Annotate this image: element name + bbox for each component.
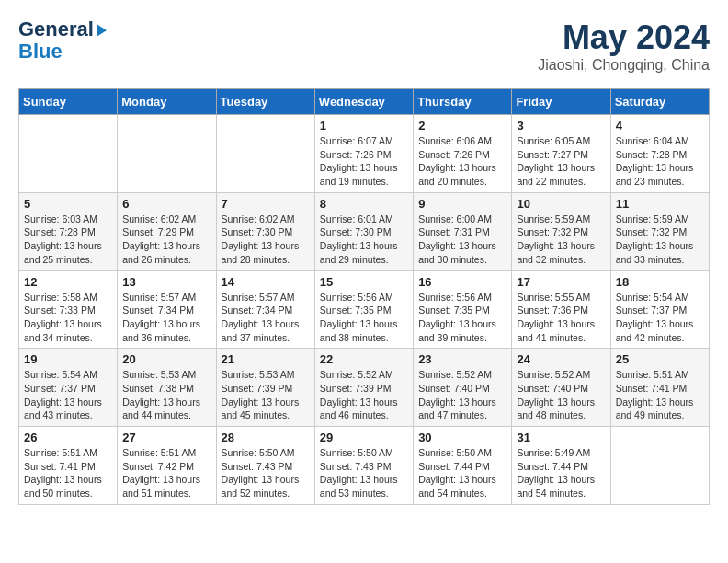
- calendar-cell: 12Sunrise: 5:58 AM Sunset: 7:33 PM Dayli…: [19, 270, 118, 349]
- day-of-week-header: Monday: [118, 89, 216, 115]
- calendar-cell: 19Sunrise: 5:54 AM Sunset: 7:37 PM Dayli…: [19, 349, 118, 427]
- logo: General Blue: [18, 18, 107, 63]
- day-detail: Sunrise: 5:51 AM Sunset: 7:41 PM Dayligh…: [616, 368, 704, 422]
- day-number: 13: [122, 275, 210, 289]
- day-of-week-header: Wednesday: [314, 89, 413, 115]
- calendar-cell: 15Sunrise: 5:56 AM Sunset: 7:35 PM Dayli…: [314, 270, 413, 349]
- day-detail: Sunrise: 5:59 AM Sunset: 7:32 PM Dayligh…: [616, 213, 704, 267]
- day-detail: Sunrise: 5:50 AM Sunset: 7:43 PM Dayligh…: [320, 446, 408, 500]
- calendar-cell: 16Sunrise: 5:56 AM Sunset: 7:35 PM Dayli…: [414, 270, 512, 349]
- calendar-week-row: 19Sunrise: 5:54 AM Sunset: 7:37 PM Dayli…: [19, 349, 710, 427]
- day-detail: Sunrise: 5:53 AM Sunset: 7:39 PM Dayligh…: [222, 368, 310, 422]
- day-number: 16: [418, 275, 506, 289]
- day-number: 28: [222, 431, 310, 444]
- day-detail: Sunrise: 5:54 AM Sunset: 7:37 PM Dayligh…: [24, 368, 112, 422]
- calendar-week-row: 12Sunrise: 5:58 AM Sunset: 7:33 PM Dayli…: [19, 270, 710, 349]
- calendar-cell: 22Sunrise: 5:52 AM Sunset: 7:39 PM Dayli…: [314, 349, 413, 427]
- day-number: 30: [418, 431, 506, 444]
- day-number: 6: [122, 197, 210, 211]
- calendar-cell: 14Sunrise: 5:57 AM Sunset: 7:34 PM Dayli…: [216, 270, 314, 349]
- day-detail: Sunrise: 5:53 AM Sunset: 7:38 PM Dayligh…: [122, 368, 210, 422]
- day-detail: Sunrise: 5:56 AM Sunset: 7:35 PM Dayligh…: [418, 291, 506, 345]
- day-number: 3: [517, 119, 605, 132]
- day-number: 27: [122, 431, 210, 444]
- day-number: 2: [418, 119, 506, 132]
- day-number: 15: [320, 275, 408, 289]
- day-detail: Sunrise: 6:05 AM Sunset: 7:27 PM Dayligh…: [517, 134, 605, 189]
- day-detail: Sunrise: 6:01 AM Sunset: 7:30 PM Dayligh…: [320, 213, 408, 267]
- day-number: 20: [122, 352, 210, 366]
- calendar-cell: 26Sunrise: 5:51 AM Sunset: 7:41 PM Dayli…: [19, 427, 118, 505]
- day-number: 11: [616, 197, 704, 211]
- calendar-cell: 29Sunrise: 5:50 AM Sunset: 7:43 PM Dayli…: [314, 427, 413, 505]
- calendar-cell: [216, 115, 314, 193]
- day-number: 22: [320, 352, 408, 366]
- day-detail: Sunrise: 5:52 AM Sunset: 7:40 PM Dayligh…: [418, 368, 506, 422]
- logo-blue: Blue: [18, 40, 107, 63]
- day-detail: Sunrise: 6:02 AM Sunset: 7:29 PM Dayligh…: [122, 213, 210, 267]
- day-number: 5: [24, 197, 112, 211]
- calendar-cell: 1Sunrise: 6:07 AM Sunset: 7:26 PM Daylig…: [314, 115, 413, 193]
- calendar-cell: 23Sunrise: 5:52 AM Sunset: 7:40 PM Dayli…: [414, 349, 512, 427]
- calendar-cell: 20Sunrise: 5:53 AM Sunset: 7:38 PM Dayli…: [118, 349, 216, 427]
- day-detail: Sunrise: 5:51 AM Sunset: 7:42 PM Dayligh…: [122, 446, 210, 500]
- calendar-cell: 4Sunrise: 6:04 AM Sunset: 7:28 PM Daylig…: [610, 115, 709, 193]
- day-detail: Sunrise: 5:49 AM Sunset: 7:44 PM Dayligh…: [517, 446, 605, 500]
- calendar-cell: 2Sunrise: 6:06 AM Sunset: 7:26 PM Daylig…: [414, 115, 512, 193]
- day-of-week-header: Saturday: [610, 89, 709, 115]
- day-detail: Sunrise: 5:52 AM Sunset: 7:39 PM Dayligh…: [320, 368, 408, 422]
- location: Jiaoshi, Chongqing, China: [538, 57, 710, 74]
- day-number: 26: [24, 431, 112, 444]
- day-detail: Sunrise: 5:54 AM Sunset: 7:37 PM Dayligh…: [616, 291, 704, 345]
- day-number: 29: [320, 431, 408, 444]
- day-detail: Sunrise: 5:51 AM Sunset: 7:41 PM Dayligh…: [24, 446, 112, 500]
- day-detail: Sunrise: 5:55 AM Sunset: 7:36 PM Dayligh…: [517, 291, 605, 345]
- calendar-cell: 3Sunrise: 6:05 AM Sunset: 7:27 PM Daylig…: [512, 115, 610, 193]
- calendar-cell: 10Sunrise: 5:59 AM Sunset: 7:32 PM Dayli…: [512, 192, 610, 270]
- day-number: 14: [222, 275, 310, 289]
- calendar-cell: [118, 115, 216, 193]
- day-number: 21: [222, 352, 310, 366]
- day-detail: Sunrise: 5:50 AM Sunset: 7:44 PM Dayligh…: [418, 446, 506, 500]
- calendar-cell: 7Sunrise: 6:02 AM Sunset: 7:30 PM Daylig…: [216, 192, 314, 270]
- page-header: General Blue May 2024 Jiaoshi, Chongqing…: [18, 18, 710, 74]
- calendar-cell: 30Sunrise: 5:50 AM Sunset: 7:44 PM Dayli…: [414, 427, 512, 505]
- day-detail: Sunrise: 5:56 AM Sunset: 7:35 PM Dayligh…: [320, 291, 408, 345]
- calendar-cell: 28Sunrise: 5:50 AM Sunset: 7:43 PM Dayli…: [216, 427, 314, 505]
- calendar-cell: 8Sunrise: 6:01 AM Sunset: 7:30 PM Daylig…: [314, 192, 413, 270]
- calendar-cell: 6Sunrise: 6:02 AM Sunset: 7:29 PM Daylig…: [118, 192, 216, 270]
- calendar-header-row: SundayMondayTuesdayWednesdayThursdayFrid…: [19, 89, 710, 115]
- day-number: 23: [418, 352, 506, 366]
- day-number: 17: [517, 275, 605, 289]
- day-detail: Sunrise: 5:57 AM Sunset: 7:34 PM Dayligh…: [122, 291, 210, 345]
- calendar-cell: 5Sunrise: 6:03 AM Sunset: 7:28 PM Daylig…: [19, 192, 118, 270]
- day-number: 4: [616, 119, 704, 132]
- day-number: 7: [222, 197, 310, 211]
- day-number: 12: [24, 275, 112, 289]
- calendar-cell: 27Sunrise: 5:51 AM Sunset: 7:42 PM Dayli…: [118, 427, 216, 505]
- day-of-week-header: Thursday: [414, 89, 512, 115]
- day-number: 18: [616, 275, 704, 289]
- calendar-cell: 25Sunrise: 5:51 AM Sunset: 7:41 PM Dayli…: [610, 349, 709, 427]
- day-detail: Sunrise: 6:04 AM Sunset: 7:28 PM Dayligh…: [616, 134, 704, 189]
- calendar-week-row: 1Sunrise: 6:07 AM Sunset: 7:26 PM Daylig…: [19, 115, 710, 193]
- day-number: 10: [517, 197, 605, 211]
- day-number: 19: [24, 352, 112, 366]
- day-number: 1: [320, 119, 408, 132]
- day-detail: Sunrise: 5:52 AM Sunset: 7:40 PM Dayligh…: [517, 368, 605, 422]
- day-detail: Sunrise: 6:07 AM Sunset: 7:26 PM Dayligh…: [320, 134, 408, 189]
- day-detail: Sunrise: 6:03 AM Sunset: 7:28 PM Dayligh…: [24, 213, 112, 267]
- calendar-cell: 13Sunrise: 5:57 AM Sunset: 7:34 PM Dayli…: [118, 270, 216, 349]
- day-detail: Sunrise: 6:06 AM Sunset: 7:26 PM Dayligh…: [418, 134, 506, 189]
- day-detail: Sunrise: 5:58 AM Sunset: 7:33 PM Dayligh…: [24, 291, 112, 345]
- day-number: 25: [616, 352, 704, 366]
- calendar-cell: 18Sunrise: 5:54 AM Sunset: 7:37 PM Dayli…: [610, 270, 709, 349]
- calendar-cell: 31Sunrise: 5:49 AM Sunset: 7:44 PM Dayli…: [512, 427, 610, 505]
- day-detail: Sunrise: 5:50 AM Sunset: 7:43 PM Dayligh…: [222, 446, 310, 500]
- title-section: May 2024 Jiaoshi, Chongqing, China: [538, 18, 710, 74]
- day-detail: Sunrise: 6:00 AM Sunset: 7:31 PM Dayligh…: [418, 213, 506, 267]
- day-of-week-header: Sunday: [19, 89, 118, 115]
- day-detail: Sunrise: 5:59 AM Sunset: 7:32 PM Dayligh…: [517, 213, 605, 267]
- day-number: 24: [517, 352, 605, 366]
- calendar-week-row: 26Sunrise: 5:51 AM Sunset: 7:41 PM Dayli…: [19, 427, 710, 505]
